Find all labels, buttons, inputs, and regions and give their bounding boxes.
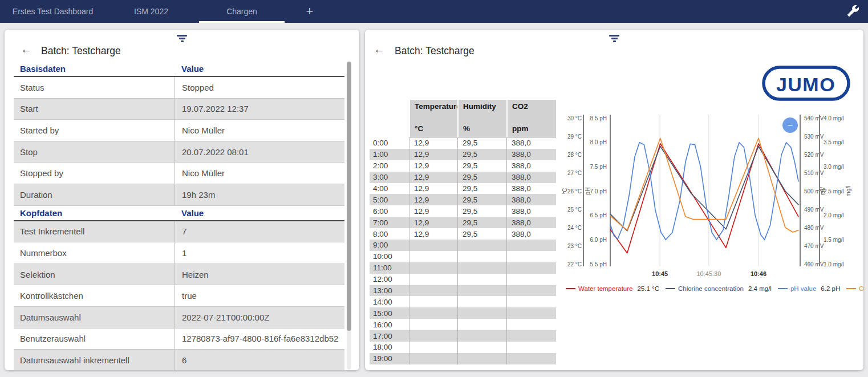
svg-text:23 °C: 23 °C — [567, 243, 582, 249]
table-row: 1:0012,929,5388,0 — [370, 149, 556, 160]
column-header: Temperature°C — [409, 100, 457, 137]
wrench-icon — [847, 5, 859, 17]
table-row: Kontrollkästchentrue — [14, 285, 344, 307]
legend-item[interactable]: ORP value486.9 mV — [846, 285, 863, 292]
table-row: 19:00 — [370, 353, 556, 364]
svg-text:8.0 pH: 8.0 pH — [590, 139, 607, 145]
svg-text:24 °C: 24 °C — [567, 225, 582, 231]
svg-text:mg/l: mg/l — [845, 186, 851, 197]
svg-text:10:45:30: 10:45:30 — [697, 270, 721, 277]
table-row: Duration19h 23m — [14, 184, 344, 206]
svg-text:25 °C: 25 °C — [567, 206, 582, 213]
svg-text:7.5 pH: 7.5 pH — [590, 164, 607, 170]
column-header: CO2ppm — [506, 100, 556, 137]
table-row: Benutzerauswahl12780873-af97-4800-816f-f… — [14, 329, 344, 350]
scrollbar-track[interactable] — [347, 62, 351, 370]
svg-text:30 °C: 30 °C — [567, 115, 582, 121]
svg-text:27 °C: 27 °C — [567, 170, 582, 176]
nav-tab-ism-2022[interactable]: ISM 2022 — [106, 0, 197, 23]
table-row: 4:0012,929,5388,0 — [370, 183, 556, 194]
svg-text:1.0 mg/l: 1.0 mg/l — [824, 261, 844, 267]
svg-text:520 mV: 520 mV — [804, 152, 824, 158]
nav-tab-erstes-test-dashboard[interactable]: Erstes Test Dashboard — [0, 0, 106, 23]
add-dashboard-tab-button[interactable]: + — [287, 0, 332, 23]
table-row: 3:0012,929,5388,0 — [370, 172, 556, 183]
legend-swatch — [846, 288, 856, 289]
page-title: Batch: Testcharge — [395, 45, 474, 57]
svg-text:8.5 pH: 8.5 pH — [590, 115, 607, 121]
table-row: 14:00 — [370, 296, 556, 307]
table-row: 17:00 — [370, 330, 556, 342]
legend-swatch — [666, 288, 675, 289]
svg-text:1.5 mg/l: 1.5 mg/l — [824, 237, 844, 243]
table-row: Stop20.07.2022 08:01 — [14, 141, 344, 163]
svg-text:510 mV: 510 mV — [804, 170, 824, 176]
legend-item[interactable]: pH value6.2 pH — [778, 285, 840, 292]
table-row: 9:00 — [370, 240, 556, 251]
svg-text:JUMO: JUMO — [776, 74, 835, 95]
filter-icon[interactable] — [607, 34, 622, 44]
table-row: 5:0012,929,5388,0 — [370, 194, 556, 205]
svg-text:2.0 mg/l: 2.0 mg/l — [824, 212, 844, 218]
svg-text:26 °C: 26 °C — [567, 188, 582, 194]
table-row: 18:00 — [370, 342, 556, 353]
table-row: Started byNico Müller — [14, 120, 344, 141]
table-row: 7:0012,929,5388,0 — [370, 217, 556, 228]
svg-text:490 mV: 490 mV — [804, 206, 824, 213]
table-row: 11:00 — [370, 262, 556, 274]
table-row: Test Inkrementell7 — [14, 221, 344, 243]
zoom-out-button[interactable]: − — [782, 117, 798, 133]
svg-text:530 mV: 530 mV — [804, 133, 824, 140]
table-row: 12:00 — [370, 274, 556, 285]
table-row: 0:0012,929,5388,0 — [370, 137, 556, 149]
svg-text:28 °C: 28 °C — [567, 152, 582, 158]
table-row: StatusStopped — [14, 77, 344, 99]
scrollbar-thumb[interactable] — [347, 62, 351, 331]
page-title: Batch: Testcharge — [41, 45, 121, 57]
series-mgl — [610, 147, 798, 232]
svg-text:6.0 pH: 6.0 pH — [590, 237, 607, 243]
series-ph — [610, 143, 798, 240]
batch-detail-panel: ← Batch: Testcharge BasisdatenValueStatu… — [5, 30, 359, 370]
chart-legend: Water temperature25.1 °CChlorine concent… — [566, 282, 855, 294]
svg-text:°C: °C — [562, 188, 568, 194]
svg-text:5.5 pH: 5.5 pH — [590, 261, 607, 267]
settings-wrench-button[interactable] — [845, 4, 861, 19]
series-mv — [610, 138, 798, 232]
trend-chart: 30 °C29 °C28 °C27 °C26 °C25 °C24 °C23 °C… — [559, 111, 853, 282]
svg-text:10:45: 10:45 — [652, 270, 668, 277]
measurement-table: Temperature°CHumidity%CO2ppm 0:0012,929,… — [370, 100, 556, 364]
table-row: Datumsauswahl2022-07-21T00:00:00Z — [14, 307, 344, 329]
table-row: Stopped byNico Müller — [14, 163, 344, 184]
svg-text:480 mV: 480 mV — [804, 225, 824, 231]
section-header: BasisdatenValue — [14, 62, 344, 77]
back-arrow-icon[interactable]: ← — [21, 43, 32, 55]
legend-item[interactable]: Chlorine concentration2.4 mg/l — [666, 285, 772, 292]
table-row: 13:00 — [370, 285, 556, 297]
svg-text:6.5 pH: 6.5 pH — [590, 212, 607, 218]
table-row: SelektionHeizen — [14, 264, 344, 286]
legend-item[interactable]: Water temperature25.1 °C — [566, 285, 659, 292]
column-header: Humidity% — [457, 100, 506, 137]
svg-text:3.0 mg/l: 3.0 mg/l — [824, 164, 844, 170]
nav-tab-chargen[interactable]: Chargen — [197, 0, 287, 23]
svg-text:540 mV: 540 mV — [804, 115, 824, 121]
top-navbar: Erstes Test DashboardISM 2022Chargen + — [0, 0, 868, 23]
jumo-logo: JUMO — [761, 63, 851, 104]
svg-text:29 °C: 29 °C — [567, 133, 582, 140]
svg-text:2.5 mg/l: 2.5 mg/l — [824, 188, 844, 194]
table-row: Start19.07.2022 12:37 — [14, 99, 344, 120]
table-row: Nummerbox1 — [14, 242, 344, 264]
filter-icon[interactable] — [175, 34, 189, 44]
table-row: 15:00 — [370, 307, 556, 319]
svg-text:22 °C: 22 °C — [567, 261, 582, 267]
table-row: 16:00 — [370, 319, 556, 330]
back-arrow-icon[interactable]: ← — [374, 43, 385, 55]
batch-trend-panel: ← Batch: Testcharge JUMO Temperature°CHu… — [365, 30, 863, 370]
legend-swatch — [778, 288, 788, 289]
svg-text:7.0 pH: 7.0 pH — [590, 188, 607, 194]
table-row: 6:0012,929,5388,0 — [370, 205, 556, 217]
table-row: Datumsauswahl inkrementell6 — [14, 350, 344, 370]
batch-properties-table: BasisdatenValueStatusStoppedStart19.07.2… — [14, 62, 344, 370]
table-row: 10:00 — [370, 251, 556, 262]
